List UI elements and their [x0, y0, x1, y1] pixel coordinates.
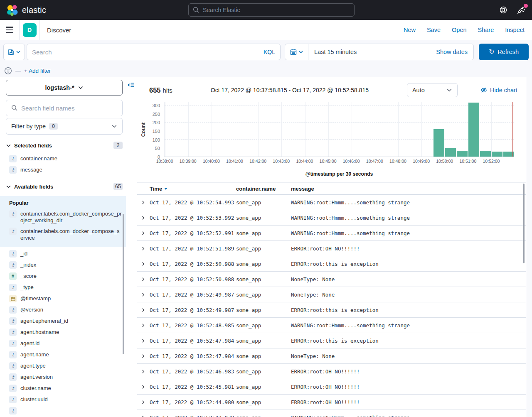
field-list-item[interactable]: t # agent.name — [6, 349, 123, 361]
date-quick-select-button[interactable] — [285, 44, 308, 60]
expand-row-button[interactable] — [137, 216, 150, 220]
histogram-bar[interactable] — [445, 148, 456, 157]
table-row: Oct 17, 2022 @ 10:52:53.992 some_app WAR… — [137, 210, 526, 226]
expand-row-button[interactable] — [137, 339, 150, 343]
field-list-item[interactable]: t # agent.id — [6, 338, 123, 349]
time-range-value[interactable]: Last 15 minutes — [308, 49, 357, 55]
discover-app-badge[interactable]: D — [23, 23, 37, 37]
table-row: Oct 17, 2022 @ 10:52:47.984 some_app Non… — [137, 348, 526, 364]
sidebar-scrollbar[interactable] — [123, 214, 124, 354]
global-search-input[interactable] — [203, 7, 350, 13]
cell-container-name: some_app — [236, 415, 291, 417]
field-list-item[interactable]: t # _type — [6, 282, 123, 293]
query-bar-section: KQL Last 15 minutes Show — [0, 40, 532, 77]
query-language-button[interactable]: KQL — [264, 49, 275, 55]
available-fields-header[interactable]: Available fields 65 — [6, 182, 123, 191]
field-list-item[interactable]: t # _score — [6, 271, 123, 282]
field-list-item[interactable]: t # message — [6, 164, 123, 176]
cell-container-name: some_app — [236, 199, 291, 206]
histogram-bar[interactable] — [433, 129, 444, 157]
field-list-item[interactable]: t # cluster.uuid — [6, 394, 123, 405]
expand-row-button[interactable] — [137, 246, 150, 251]
field-list-item[interactable]: t # agent.type — [6, 361, 123, 372]
top-menu-item[interactable]: Save — [427, 27, 441, 33]
top-menu-item[interactable]: Inspect — [505, 27, 525, 33]
expand-row-button[interactable] — [137, 231, 150, 235]
text-field-type-icon: t — [9, 351, 17, 358]
expand-row-button[interactable] — [137, 415, 150, 417]
expand-row-button[interactable] — [137, 308, 150, 312]
expand-row-button[interactable] — [137, 369, 150, 374]
histogram-bar[interactable] — [457, 151, 468, 157]
top-menu-item[interactable]: Share — [478, 27, 494, 33]
field-list-item[interactable]: t # container.labels.com_docker_compose_… — [6, 208, 122, 226]
notification-dot — [524, 4, 528, 8]
saved-query-button[interactable] — [3, 44, 25, 60]
expand-row-button[interactable] — [137, 385, 150, 389]
refresh-icon: ↻ — [489, 49, 494, 55]
expand-row-button[interactable] — [137, 200, 150, 205]
selected-fields-header[interactable]: Selected fields 2 — [6, 141, 123, 150]
field-list-item[interactable]: t # agent.ephemeral_id — [6, 316, 123, 327]
x-tick-label: 10:50:00 — [436, 159, 453, 164]
field-list-item[interactable]: t # agent.version — [6, 372, 123, 383]
top-menu-item[interactable]: Open — [452, 27, 466, 33]
global-search[interactable] — [188, 3, 355, 17]
column-header-time[interactable]: Time — [150, 186, 236, 192]
collapse-sidebar-button[interactable] — [127, 81, 134, 88]
hide-chart-button[interactable]: Hide chart — [480, 87, 517, 93]
field-list-item[interactable]: t # _index — [6, 260, 123, 271]
field-list-item[interactable]: t # container.name — [6, 153, 123, 164]
filter-by-type-dropdown[interactable]: Filter by type 0 — [6, 118, 123, 135]
histogram-bar[interactable] — [492, 152, 502, 157]
top-menu-item[interactable]: New — [404, 27, 416, 33]
index-pattern-selector[interactable]: logstash-* — [6, 80, 123, 96]
field-search-input[interactable] — [21, 105, 117, 112]
menu-icon[interactable] — [0, 20, 20, 40]
query-input-box: KQL — [27, 44, 281, 60]
show-dates-button[interactable]: Show dates — [436, 49, 473, 55]
table-row: Oct 17, 2022 @ 10:52:54.993 some_app WAR… — [137, 195, 526, 210]
help-icon[interactable] — [499, 6, 507, 14]
y-tick-label: 50 — [155, 146, 160, 151]
x-tick-label: 10:38:00 — [156, 159, 173, 164]
elastic-brand[interactable]: elastic — [7, 5, 188, 16]
table-scrollbar[interactable] — [523, 184, 525, 263]
text-field-type-icon: t — [9, 228, 17, 235]
brand-name: elastic — [22, 5, 46, 15]
column-header-container-name[interactable]: container.name — [236, 186, 291, 192]
chevron-down-icon — [78, 85, 84, 91]
filter-icon[interactable] — [4, 67, 12, 75]
news-feed-icon[interactable] — [517, 6, 525, 15]
expand-row-button[interactable] — [137, 277, 150, 282]
histogram-bar[interactable] — [480, 151, 491, 157]
column-header-message[interactable]: message — [291, 186, 526, 192]
chevron-down-icon — [6, 143, 11, 148]
text-field-type-icon: t — [9, 317, 17, 325]
search-icon — [11, 105, 18, 111]
refresh-button[interactable]: ↻ Refresh — [479, 44, 529, 60]
interval-select[interactable]: Auto — [407, 83, 458, 97]
scroll-gutter — [526, 77, 532, 417]
field-list-item[interactable]: t # container.labels.com_docker_compose_… — [6, 226, 122, 243]
field-list-item[interactable]: t # agent.hostname — [6, 327, 123, 338]
field-list-item[interactable]: t # @version — [6, 304, 123, 316]
field-list-item[interactable]: t # — [6, 405, 123, 417]
field-list-item[interactable]: t # @timestamp — [6, 293, 123, 304]
query-input[interactable] — [32, 49, 264, 56]
field-list-item[interactable]: t # _id — [6, 248, 123, 260]
x-tick-label: 10:45:00 — [320, 159, 337, 164]
expand-row-button[interactable] — [137, 292, 150, 297]
cell-message: WARNING:root:Hmmm....something strange — [291, 415, 526, 417]
expand-row-button[interactable] — [137, 262, 150, 266]
y-axis: Count 050100150200250300 — [137, 102, 164, 157]
cell-container-name: some_app — [236, 230, 291, 236]
histogram-bar[interactable] — [468, 103, 479, 157]
expand-row-button[interactable] — [137, 354, 150, 358]
selected-fields-list: t # container.name t # message — [6, 153, 123, 176]
field-list-item[interactable]: t # cluster.name — [6, 383, 123, 394]
add-filter-button[interactable]: + Add filter — [24, 68, 51, 74]
date-picker: Last 15 minutes Show dates — [285, 44, 474, 60]
expand-row-button[interactable] — [137, 323, 150, 328]
expand-row-button[interactable] — [137, 400, 150, 405]
